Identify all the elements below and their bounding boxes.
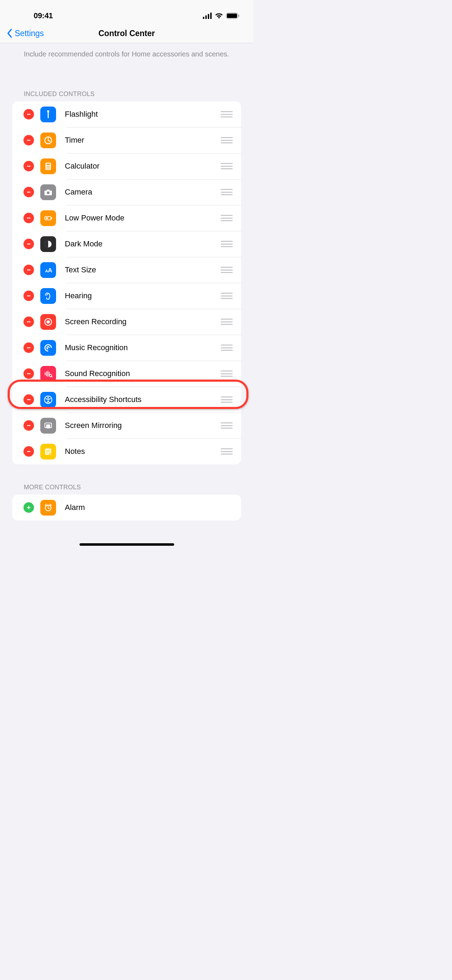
control-label: Text Size bbox=[65, 265, 221, 274]
more-controls-group: Alarm bbox=[12, 495, 241, 520]
remove-button[interactable] bbox=[24, 420, 34, 431]
page-title: Control Center bbox=[99, 29, 155, 38]
svg-rect-14 bbox=[27, 296, 30, 296]
alarm-icon bbox=[40, 500, 56, 515]
remove-button[interactable] bbox=[24, 239, 34, 249]
svg-rect-17 bbox=[27, 373, 30, 374]
control-row: Music Recognition bbox=[12, 335, 241, 361]
control-row: Text Size bbox=[12, 257, 241, 283]
control-row: Alarm bbox=[12, 495, 241, 520]
svg-rect-18 bbox=[27, 399, 30, 400]
drag-handle[interactable] bbox=[221, 448, 232, 455]
svg-rect-13 bbox=[27, 269, 30, 270]
control-row: Calculator bbox=[12, 153, 241, 179]
svg-rect-6 bbox=[238, 15, 239, 17]
chevron-left-icon bbox=[7, 29, 13, 38]
remove-button[interactable] bbox=[24, 213, 34, 223]
svg-rect-20 bbox=[27, 451, 30, 452]
content-area: Include recommended controls for Home ac… bbox=[0, 43, 253, 520]
control-row: Flashlight bbox=[12, 101, 241, 127]
drag-handle[interactable] bbox=[221, 371, 232, 377]
svg-rect-7 bbox=[27, 114, 30, 115]
svg-rect-15 bbox=[27, 321, 30, 322]
control-label: Timer bbox=[65, 136, 221, 145]
status-bar: 09:41 bbox=[0, 0, 253, 24]
drag-handle[interactable] bbox=[221, 396, 232, 403]
status-indicators bbox=[203, 13, 239, 19]
control-row: Camera bbox=[12, 179, 241, 205]
control-label: Accessibility Shortcuts bbox=[65, 395, 221, 404]
remove-button[interactable] bbox=[24, 109, 34, 119]
control-row: Low Power Mode bbox=[12, 205, 241, 231]
control-label: Notes bbox=[65, 447, 221, 456]
control-label: Low Power Mode bbox=[65, 213, 221, 223]
svg-rect-8 bbox=[27, 140, 30, 140]
drag-handle[interactable] bbox=[221, 422, 232, 429]
camera-icon bbox=[40, 185, 56, 200]
helper-text: Include recommended controls for Home ac… bbox=[0, 43, 253, 59]
remove-button[interactable] bbox=[24, 342, 34, 353]
flashlight-icon bbox=[40, 107, 56, 123]
control-label: Hearing bbox=[65, 291, 221, 301]
drag-handle[interactable] bbox=[221, 345, 232, 351]
control-label: Music Recognition bbox=[65, 343, 221, 352]
svg-rect-1 bbox=[205, 16, 207, 19]
control-row: Accessibility Shortcuts bbox=[12, 387, 241, 412]
section-header-more: MORE CONTROLS bbox=[0, 484, 253, 495]
svg-rect-19 bbox=[27, 425, 30, 426]
drag-handle[interactable] bbox=[221, 189, 232, 195]
status-time: 09:41 bbox=[33, 11, 53, 20]
control-label: Camera bbox=[65, 188, 221, 197]
drag-handle[interactable] bbox=[221, 241, 232, 247]
back-button[interactable]: Settings bbox=[7, 29, 44, 38]
add-button[interactable] bbox=[24, 502, 34, 513]
sound-rec-icon bbox=[40, 366, 56, 382]
svg-rect-9 bbox=[27, 166, 30, 167]
control-label: Flashlight bbox=[65, 110, 221, 119]
drag-handle[interactable] bbox=[221, 267, 232, 273]
home-indicator bbox=[80, 543, 174, 546]
notes-icon bbox=[40, 444, 56, 460]
drag-handle[interactable] bbox=[221, 137, 232, 143]
svg-rect-3 bbox=[210, 13, 212, 19]
svg-rect-11 bbox=[27, 218, 30, 218]
remove-button[interactable] bbox=[24, 317, 34, 327]
timer-icon bbox=[40, 132, 56, 148]
cellular-icon bbox=[203, 13, 212, 19]
included-controls-group: FlashlightTimerCalculatorCameraLow Power… bbox=[12, 101, 241, 465]
remove-button[interactable] bbox=[24, 161, 34, 172]
drag-handle[interactable] bbox=[221, 111, 232, 118]
low-power-icon bbox=[40, 210, 56, 226]
back-label: Settings bbox=[15, 29, 44, 38]
control-label: Alarm bbox=[65, 503, 232, 512]
control-row: Dark Mode bbox=[12, 231, 241, 257]
calculator-icon bbox=[40, 158, 56, 174]
battery-icon bbox=[226, 13, 239, 19]
control-label: Sound Recognition bbox=[65, 369, 221, 378]
control-label: Screen Recording bbox=[65, 317, 221, 326]
svg-rect-22 bbox=[29, 506, 29, 509]
remove-button[interactable] bbox=[24, 265, 34, 275]
drag-handle[interactable] bbox=[221, 293, 232, 299]
music-rec-icon bbox=[40, 340, 56, 356]
drag-handle[interactable] bbox=[221, 318, 232, 325]
svg-rect-16 bbox=[27, 347, 30, 348]
mirroring-icon bbox=[40, 418, 56, 434]
remove-button[interactable] bbox=[24, 446, 34, 457]
control-label: Screen Mirroring bbox=[65, 421, 221, 430]
control-label: Dark Mode bbox=[65, 239, 221, 248]
dark-mode-icon bbox=[40, 236, 56, 252]
svg-rect-2 bbox=[208, 14, 209, 19]
remove-button[interactable] bbox=[24, 394, 34, 405]
remove-button[interactable] bbox=[24, 291, 34, 301]
text-size-icon bbox=[40, 262, 56, 278]
wifi-icon bbox=[215, 13, 223, 19]
hearing-icon bbox=[40, 288, 56, 304]
remove-button[interactable] bbox=[24, 187, 34, 197]
remove-button[interactable] bbox=[24, 135, 34, 145]
svg-rect-0 bbox=[203, 17, 204, 19]
control-row: Screen Recording bbox=[12, 309, 241, 335]
drag-handle[interactable] bbox=[221, 163, 232, 169]
drag-handle[interactable] bbox=[221, 215, 232, 221]
remove-button[interactable] bbox=[24, 368, 34, 379]
